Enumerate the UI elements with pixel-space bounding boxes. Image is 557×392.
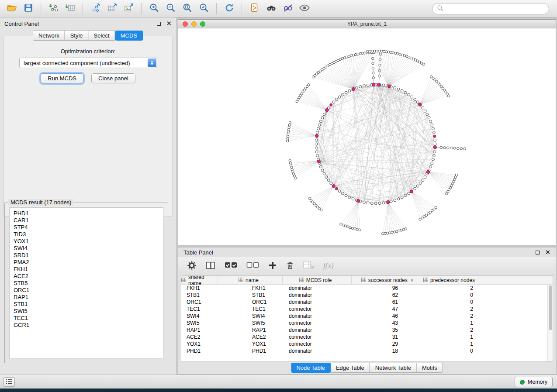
table-panel-tabs: Node TableEdge TableNetwork TableMotifs <box>291 363 443 373</box>
control-panel-tab[interactable]: Network <box>33 31 65 41</box>
criterion-dropdown[interactable]: largest connected component (undirected) <box>19 58 157 68</box>
mcds-result-item[interactable]: PHD1 <box>14 210 159 217</box>
control-panel-tab[interactable]: MCDS <box>115 31 143 41</box>
run-mcds-button[interactable]: Run MCDS <box>41 73 83 83</box>
import-network-button[interactable] <box>45 2 62 16</box>
mcds-result-item[interactable]: YOX1 <box>14 238 159 245</box>
create-column-button[interactable] <box>268 261 277 271</box>
fx-icon: f(x) <box>323 261 334 270</box>
table-row[interactable]: FKH1 FKH1 dominator 96 2 <box>181 285 553 292</box>
network-canvas[interactable] <box>178 28 556 245</box>
mcds-result-item[interactable]: STB1 <box>14 301 159 308</box>
column-header[interactable]: successor nodes ∨ <box>352 276 423 284</box>
hide-glasses-icon <box>283 3 293 14</box>
float-panel-icon[interactable] <box>536 251 540 254</box>
cell-successor-nodes: 31 <box>348 334 417 340</box>
export-image-button[interactable] <box>121 2 137 16</box>
mcds-result-item[interactable]: ORC1 <box>14 287 159 294</box>
sort-chevron-icon[interactable]: ∨ <box>411 278 414 282</box>
zoom-out-button[interactable] <box>163 2 179 16</box>
mcds-result-item[interactable]: GCR1 <box>14 322 159 329</box>
scrollbar-thumb[interactable] <box>549 285 552 330</box>
close-panel-icon[interactable]: ✕ <box>545 249 550 256</box>
table-tab[interactable]: Node Table <box>291 363 331 373</box>
table-row[interactable]: SWI5 SWI5 connector 43 1 <box>181 320 553 327</box>
cell-mcds-role: connector <box>284 320 348 326</box>
global-search-field[interactable] <box>432 3 549 14</box>
table-row[interactable]: ORC1 ORC1 dominator 61 0 <box>181 299 553 306</box>
deselect-all-rows-button[interactable] <box>246 261 259 271</box>
zoom-fit-button[interactable] <box>179 2 195 16</box>
mcds-result-item[interactable]: FKH1 <box>14 266 159 273</box>
column-header[interactable]: predecessor nodes <box>423 276 478 284</box>
table-row[interactable]: STB1 STB1 dominator 62 0 <box>181 292 553 299</box>
mcds-result-item[interactable]: STB5 <box>14 280 159 287</box>
main-area: Control Panel ✕ NetworkStyleSelectMCDS O… <box>0 17 557 375</box>
column-header[interactable]: MCDS role <box>283 276 352 284</box>
import-table-button[interactable] <box>62 2 78 16</box>
export-table-button[interactable] <box>104 2 120 16</box>
mcds-result-item[interactable]: ACE2 <box>14 273 159 280</box>
import-network-icon <box>48 3 59 14</box>
delete-table-button[interactable] <box>303 261 315 271</box>
close-window-icon[interactable] <box>183 21 188 27</box>
mcds-result-item[interactable]: STP4 <box>14 224 159 231</box>
mcds-result-item[interactable]: SWI5 <box>14 308 159 315</box>
show-panel-list-button[interactable] <box>3 377 15 387</box>
close-panel-icon[interactable]: ✕ <box>166 21 172 27</box>
cell-shared-name: STB1 <box>181 292 247 298</box>
delete-column-button[interactable] <box>286 261 294 272</box>
table-row[interactable]: PHD1 PHD1 dominator 18 0 <box>181 347 553 354</box>
toolbar-separator <box>242 3 242 14</box>
column-header[interactable]: shared name <box>181 276 218 284</box>
search-input[interactable] <box>446 6 544 12</box>
hide-details-button[interactable] <box>280 2 296 16</box>
network-window-titlebar[interactable]: YPA_prune.txt_1 <box>178 20 556 28</box>
table-tab[interactable]: Motifs <box>417 363 443 373</box>
table-tab[interactable]: Edge Table <box>331 363 370 373</box>
share-document-button[interactable] <box>246 2 263 16</box>
mcds-result-list[interactable]: PHD1CAR1STP4TID3YOX1SWI4SRD1PMA2FKH1ACE2… <box>9 207 163 358</box>
cell-successor-nodes: 43 <box>348 320 417 326</box>
cell-shared-name: PHD1 <box>181 348 247 354</box>
table-row[interactable]: RAP1 RAP1 dominator 35 2 <box>181 327 553 334</box>
function-builder-button[interactable]: f(x) <box>323 261 334 270</box>
maximize-window-icon[interactable] <box>200 21 205 27</box>
mcds-result-item[interactable]: TID3 <box>14 231 159 238</box>
export-network-button[interactable] <box>87 2 104 16</box>
table-tab[interactable]: Network Table <box>370 363 417 373</box>
minimize-window-icon[interactable] <box>191 21 197 27</box>
table-row[interactable]: ACE2 ACE2 connector 31 1 <box>181 334 553 340</box>
table-row[interactable]: SWI4 SWI4 dominator 46 2 <box>181 313 553 320</box>
control-panel-tab[interactable]: Style <box>65 31 89 41</box>
show-details-button[interactable] <box>296 2 312 16</box>
column-header[interactable]: name <box>218 276 283 284</box>
table-scrollbar[interactable] <box>547 285 553 361</box>
table-row[interactable]: TEC1 TEC1 connector 47 2 <box>181 306 553 313</box>
mcds-result-item[interactable]: SWI4 <box>14 245 159 252</box>
zoom-selected-button[interactable] <box>196 2 212 16</box>
criterion-value: largest connected component (undirected) <box>24 60 130 66</box>
refresh-layout-button[interactable] <box>221 2 237 16</box>
export-network-icon <box>90 3 101 14</box>
checked-boxes-icon <box>225 261 238 271</box>
mcds-result-item[interactable]: SRD1 <box>14 252 159 259</box>
select-all-rows-button[interactable] <box>225 261 238 271</box>
close-panel-button[interactable]: Close panel <box>91 73 135 83</box>
search-network-button[interactable] <box>263 2 279 16</box>
memory-button[interactable]: Memory <box>515 377 553 387</box>
toolbar-separator <box>41 3 41 14</box>
export-image-icon <box>124 3 134 14</box>
mcds-result-item[interactable]: CAR1 <box>14 217 159 224</box>
control-panel-tab[interactable]: Select <box>89 31 115 41</box>
save-session-button[interactable] <box>20 2 36 16</box>
open-session-button[interactable] <box>3 2 20 16</box>
table-row[interactable]: YOX1 YOX1 connector 29 1 <box>181 340 553 347</box>
float-panel-icon[interactable] <box>157 22 161 26</box>
show-columns-button[interactable] <box>205 261 216 272</box>
table-settings-button[interactable] <box>187 261 197 272</box>
zoom-in-button[interactable] <box>146 2 162 16</box>
mcds-result-item[interactable]: TEC1 <box>14 315 159 322</box>
mcds-result-item[interactable]: RAP1 <box>14 294 159 301</box>
mcds-result-item[interactable]: PMA2 <box>14 259 159 266</box>
